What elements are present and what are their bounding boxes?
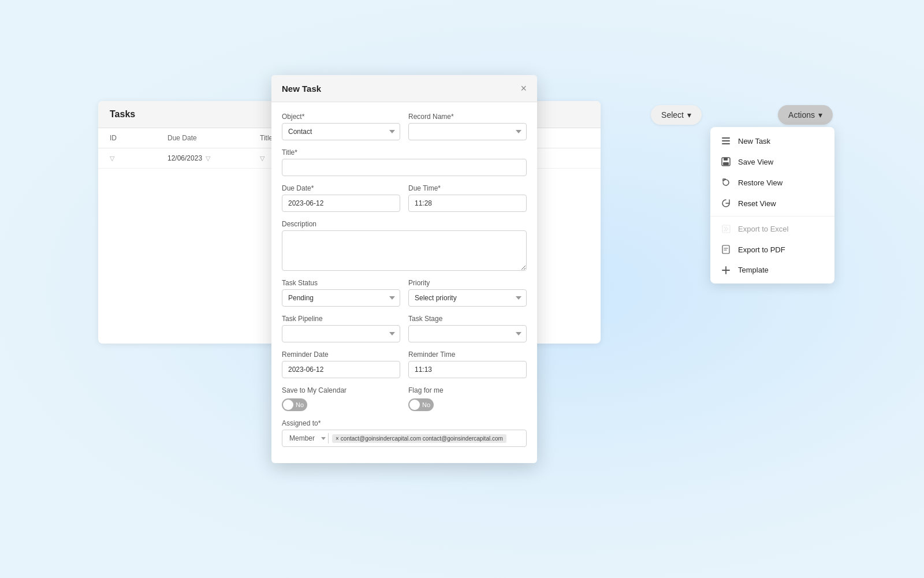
record-name-group: Record Name*: [408, 113, 527, 140]
export-excel-label: Export to Excel: [738, 225, 788, 233]
title-input[interactable]: [282, 159, 527, 176]
select-chevron-icon: ▾: [687, 110, 691, 120]
modal-close-button[interactable]: ×: [520, 83, 527, 94]
flag-me-label: Flag for me: [408, 386, 527, 394]
reminder-time-group: Reminder Time: [408, 350, 527, 378]
reminder-date-input[interactable]: [282, 361, 400, 378]
reminder-time-input[interactable]: [408, 361, 527, 378]
task-stage-label: Task Stage: [408, 315, 527, 323]
modal-title: New Task: [282, 84, 321, 94]
assigned-label: Assigned to*: [282, 419, 527, 427]
template-label: Template: [738, 266, 769, 274]
save-calendar-no-label: No: [296, 401, 304, 408]
description-group: Description: [282, 220, 527, 271]
description-textarea[interactable]: [282, 230, 527, 271]
dropdown-item-export-excel[interactable]: Export to Excel: [710, 219, 834, 239]
modal-body: Object* Contact Record Name* Title*: [271, 102, 537, 463]
object-record-row: Object* Contact Record Name*: [282, 113, 527, 140]
flag-me-group: Flag for me No: [408, 386, 527, 411]
reminder-row: Reminder Date Reminder Time: [282, 350, 527, 378]
pipeline-stage-row: Task Pipeline Task Stage: [282, 315, 527, 342]
due-time-input[interactable]: [408, 195, 527, 212]
save-calendar-toggle[interactable]: No: [282, 398, 307, 411]
actions-label: Actions: [788, 110, 815, 120]
filter-icon-id: ▽: [110, 155, 114, 162]
svg-rect-7: [722, 245, 729, 253]
svg-rect-4: [724, 158, 728, 161]
restore-icon: [721, 178, 731, 187]
assigned-member-select[interactable]: Member: [287, 433, 329, 443]
pdf-icon: [721, 245, 731, 254]
calendar-flag-row: Save to My Calendar No Flag for me No: [282, 386, 527, 411]
record-name-label: Record Name*: [408, 113, 527, 121]
save-calendar-label: Save to My Calendar: [282, 386, 400, 394]
object-select[interactable]: Contact: [282, 123, 400, 140]
reminder-time-label: Reminder Time: [408, 350, 527, 359]
plus-icon: [721, 266, 731, 274]
task-stage-group: Task Stage: [408, 315, 527, 342]
task-pipeline-group: Task Pipeline: [282, 315, 400, 342]
task-stage-select[interactable]: [408, 325, 527, 342]
dropdown-item-export-pdf[interactable]: Export to PDF: [710, 239, 834, 260]
title-row: Title*: [282, 148, 527, 176]
task-status-select[interactable]: Pending: [282, 289, 400, 307]
reminder-date-label: Reminder Date: [282, 350, 400, 359]
reminder-date-group: Reminder Date: [282, 350, 400, 378]
svg-rect-5: [723, 162, 729, 165]
filter-icon-title: ▽: [260, 155, 264, 162]
title-group: Title*: [282, 148, 527, 176]
flag-me-toggle-wrapper: No: [408, 397, 434, 411]
assigned-group: Assigned to* Member × contact@goinsinder…: [282, 419, 527, 447]
dropdown-divider: [710, 216, 834, 217]
dropdown-item-save-view[interactable]: Save View: [710, 151, 834, 172]
svg-rect-2: [722, 143, 730, 144]
due-time-label: Due Time*: [408, 184, 527, 192]
assigned-email-remove[interactable]: ×: [336, 435, 339, 442]
record-name-select[interactable]: [408, 123, 527, 140]
actions-button[interactable]: Actions ▾: [778, 105, 833, 125]
save-icon: [721, 157, 731, 166]
save-calendar-toggle-row: No: [282, 397, 400, 411]
dropdown-item-reset-view[interactable]: Reset View: [710, 193, 834, 214]
reset-view-label: Reset View: [738, 199, 776, 208]
dropdown-item-new-task[interactable]: New Task: [710, 130, 834, 151]
object-group: Object* Contact: [282, 113, 400, 140]
export-pdf-label: Export to PDF: [738, 245, 785, 254]
description-row: Description: [282, 220, 527, 271]
object-label: Object*: [282, 113, 400, 121]
assigned-row: Assigned to* Member × contact@goinsinder…: [282, 419, 527, 447]
reset-icon: [721, 199, 731, 208]
svg-rect-1: [722, 140, 730, 141]
title-label: Title*: [282, 148, 527, 156]
save-calendar-toggle-wrapper: No: [282, 397, 307, 411]
task-pipeline-select[interactable]: [282, 325, 400, 342]
dropdown-item-template[interactable]: Template: [710, 260, 834, 280]
task-pipeline-label: Task Pipeline: [282, 315, 400, 323]
priority-select[interactable]: Select priority: [408, 289, 527, 307]
save-calendar-group: Save to My Calendar No: [282, 386, 400, 411]
cell-due: 12/06/2023 ▽: [167, 154, 260, 162]
flag-me-no-label: No: [422, 401, 430, 408]
flag-me-toggle-row: No: [408, 397, 527, 411]
task-status-group: Task Status Pending: [282, 279, 400, 307]
assigned-email-value: contact@goinsindercapital.com contact@go…: [341, 435, 503, 442]
assigned-input-wrapper[interactable]: Member × contact@goinsindercapital.com c…: [282, 430, 527, 447]
list-icon: [721, 136, 731, 146]
status-priority-row: Task Status Pending Priority Select prio…: [282, 279, 527, 307]
due-time-group: Due Time*: [408, 184, 527, 212]
select-label: Select: [661, 110, 684, 120]
due-date-row: Due Date* Due Time*: [282, 184, 527, 212]
due-date-label: Due Date*: [282, 184, 400, 192]
select-button[interactable]: Select ▾: [651, 105, 702, 125]
modal-header: New Task ×: [271, 75, 537, 102]
priority-label: Priority: [408, 279, 527, 287]
flag-me-toggle[interactable]: No: [408, 398, 434, 411]
dropdown-item-restore-view[interactable]: Restore View: [710, 172, 834, 193]
col-header-due: Due Date: [167, 134, 260, 142]
due-date-input[interactable]: [282, 195, 400, 212]
save-view-label: Save View: [738, 158, 773, 166]
priority-group: Priority Select priority: [408, 279, 527, 307]
svg-rect-0: [722, 137, 730, 139]
filter-icon-due: ▽: [206, 155, 210, 162]
new-task-modal: New Task × Object* Contact Record Name* …: [271, 75, 537, 463]
